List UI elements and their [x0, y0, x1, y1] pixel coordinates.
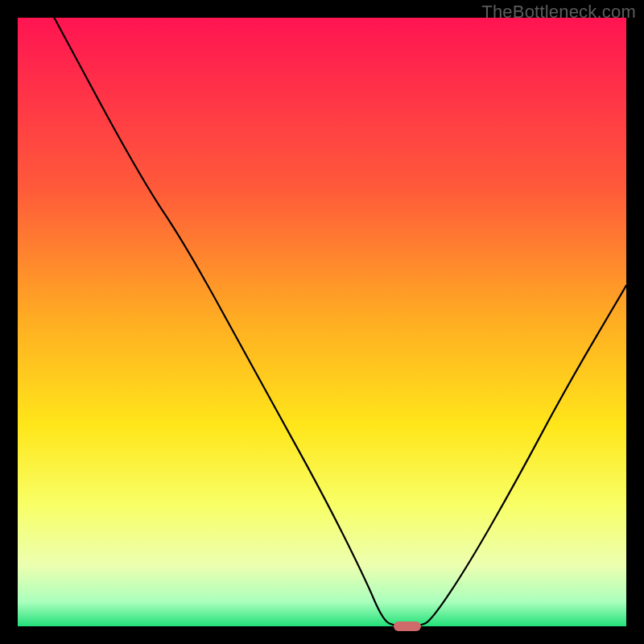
plot-area	[18, 18, 626, 626]
series-bottleneck-curve	[54, 18, 626, 626]
optimal-marker	[394, 621, 421, 631]
curve-layer	[18, 18, 626, 626]
chart-frame: TheBottleneck.com	[0, 0, 644, 644]
watermark-text: TheBottleneck.com	[481, 2, 636, 23]
